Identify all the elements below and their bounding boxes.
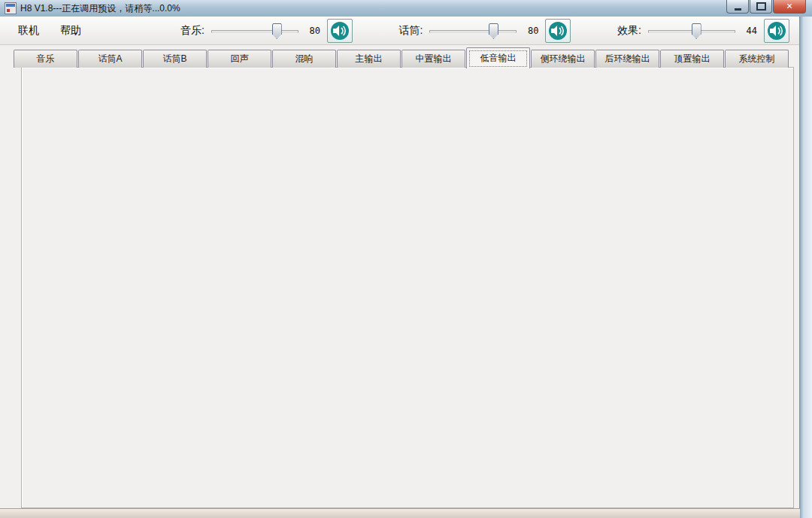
tab[interactable]: 后环绕输出 [595,50,659,68]
main-panel [21,67,794,508]
speaker-icon [330,21,350,41]
master-volume-group: 话筒: 80 [399,19,571,43]
volume-slider[interactable] [211,23,298,39]
menu-item[interactable]: 帮助 [50,22,92,40]
volume-value: 44 [742,26,757,36]
speaker-icon [548,21,568,41]
maximize-button[interactable] [750,0,772,14]
tab[interactable]: 中置输出 [401,50,465,68]
volume-slider[interactable] [429,23,517,39]
window-title: H8 V1.8---正在调用预设，请稍等...0.0% [20,2,180,15]
speaker-mute-button[interactable] [764,19,789,43]
tab[interactable]: 音乐 [14,50,77,68]
app-icon [5,2,17,14]
master-volume-group: 效果: 44 [617,19,789,43]
volume-value: 80 [305,26,320,36]
volume-label: 话筒: [399,24,423,38]
volume-slider[interactable] [648,23,735,39]
titlebar[interactable]: H8 V1.8---正在调用预设，请稍等...0.0% ✕ [0,0,812,17]
speaker-mute-button[interactable] [545,19,571,43]
menu-item[interactable]: 联机 [8,22,50,40]
tab[interactable]: 侧环绕输出 [531,50,595,68]
tab[interactable]: 回声 [208,50,271,68]
close-icon: ✕ [786,2,792,11]
speaker-mute-button[interactable] [327,19,353,43]
master-volume-bar: 音乐: 80 [180,18,789,44]
master-volume-group: 音乐: 80 [180,19,353,43]
volume-label: 音乐: [180,24,205,38]
window-bottom-frame [0,508,800,518]
tab[interactable]: 顶置输出 [660,50,724,68]
tabbar: 音乐话筒A话筒B回声混响主输出中置输出低音输出侧环绕输出后环绕输出顶置输出系统控… [14,47,789,67]
toolbar: 联机帮助 音乐: 80 [0,17,800,45]
speaker-icon [767,21,786,41]
tab[interactable]: 主输出 [337,50,401,68]
slider-thumb[interactable] [272,23,282,39]
slider-thumb[interactable] [489,23,498,39]
tab[interactable]: 低音输出 [466,47,530,68]
maximize-icon [756,2,766,11]
volume-value: 80 [523,26,538,36]
app-window: H8 V1.8---正在调用预设，请稍等...0.0% ✕ 联机帮助 音乐: 8… [0,0,812,518]
slider-track[interactable] [211,30,298,33]
tab[interactable]: 混响 [272,50,336,68]
minimize-icon [735,8,741,11]
tab[interactable]: 话筒B [143,50,207,68]
close-button[interactable]: ✕ [773,0,806,14]
slider-track[interactable] [429,30,517,33]
tab[interactable]: 系统控制 [725,50,789,68]
window-right-frame [799,17,812,518]
minimize-button[interactable] [726,0,749,14]
menubar: 联机帮助 [8,22,92,40]
slider-thumb[interactable] [692,23,701,39]
tab[interactable]: 话筒A [78,50,142,68]
volume-label: 效果: [617,24,641,38]
